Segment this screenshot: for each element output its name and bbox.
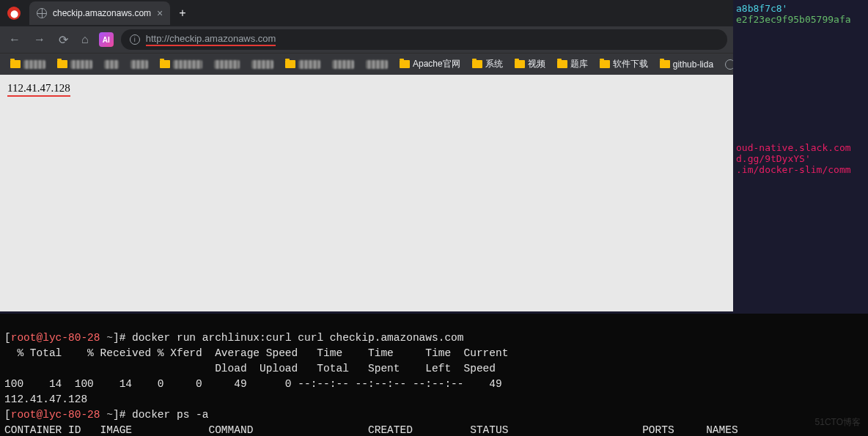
url-input[interactable]: i http://checkip.amazonaws.com	[121, 29, 727, 50]
address-bar: ← → ⟳ ⌂ AI i http://checkip.amazonaws.co…	[0, 26, 733, 53]
browser-tab[interactable]: checkip.amazonaws.com ×	[29, 1, 170, 25]
site-info-icon[interactable]: i	[130, 34, 140, 45]
bookmark-video[interactable]: 视频	[510, 56, 550, 72]
page-content: 112.41.47.128	[0, 75, 733, 311]
terminal-line: [root@lyc-80-28 ~]# docker run archlinux…	[4, 332, 464, 344]
folder-icon	[285, 60, 295, 68]
folder-icon	[400, 60, 410, 68]
folder-icon	[10, 60, 21, 68]
bookmark-item[interactable]	[328, 59, 358, 70]
circle-icon	[725, 59, 733, 70]
bg-line: e2f23ec9f95b05799afa	[736, 14, 868, 25]
bookmark-item[interactable]	[210, 59, 244, 70]
tab-bar: ⬤ checkip.amazonaws.com × +	[0, 0, 733, 26]
back-button[interactable]: ←	[6, 33, 23, 46]
terminal-line: [root@lyc-80-28 ~]# docker ps -a	[4, 409, 208, 421]
folder-icon	[557, 60, 567, 68]
bookmark-item[interactable]	[155, 59, 207, 70]
bookmark-system[interactable]: 系统	[468, 56, 507, 72]
bg-line: a8b8f7c8'	[736, 3, 868, 14]
folder-icon	[472, 60, 482, 68]
tab-title: checkip.amazonaws.com	[53, 8, 151, 18]
app-icon: ⬤	[7, 7, 21, 20]
background-terminal: a8b8f7c8' e2f23ec9f95b05799afa oud-nativ…	[733, 0, 868, 311]
url-text: http://checkip.amazonaws.com	[146, 33, 276, 46]
ai-button[interactable]: AI	[99, 32, 114, 47]
bookmark-item[interactable]	[247, 59, 278, 70]
home-button[interactable]: ⌂	[78, 33, 92, 46]
bookmark-item[interactable]	[126, 59, 152, 70]
folder-icon	[600, 60, 610, 68]
bookmark-item[interactable]	[100, 59, 123, 70]
folder-icon	[57, 60, 67, 68]
watermark: 51CTO博客	[815, 416, 861, 429]
folder-icon	[515, 60, 525, 68]
terminal-line: CONTAINER ID IMAGE COMMAND CREATED STATU…	[4, 424, 738, 436]
terminal-line: Dload Upload Total Spent Left Speed	[4, 363, 496, 374]
bookmark-download[interactable]: 软件下载	[595, 56, 652, 72]
bookmark-qbank[interactable]: 题库	[553, 56, 592, 72]
bg-line: d.gg/9tDyxYS'	[736, 153, 868, 164]
terminal[interactable]: [root@lyc-80-28 ~]# docker run archlinux…	[0, 314, 868, 436]
new-tab-button[interactable]: +	[179, 7, 185, 20]
globe-icon	[37, 8, 47, 18]
browser-window: ⬤ checkip.amazonaws.com × + ← → ⟳ ⌂ AI i…	[0, 0, 733, 311]
bookmark-item[interactable]	[361, 59, 392, 70]
bookmark-item[interactable]	[6, 59, 50, 70]
folder-icon	[660, 60, 670, 68]
bg-line: oud-native.slack.com	[736, 142, 868, 153]
bookmark-github[interactable]: github-lida	[655, 58, 718, 71]
forward-button[interactable]: →	[31, 33, 48, 46]
bookmark-item[interactable]	[53, 59, 97, 70]
terminal-line: 112.41.47.128	[4, 393, 87, 405]
close-icon[interactable]: ×	[157, 7, 163, 19]
bookmarks-bar: Apache官网 系统 视频 题库 软件下载 github-lida 阿里云	[0, 53, 733, 75]
folder-icon	[160, 60, 170, 68]
terminal-line: 100 14 100 14 0 0 49 0 --:--:-- --:--:--…	[4, 378, 502, 390]
reload-button[interactable]: ⟳	[56, 33, 71, 47]
bookmark-aliyun[interactable]: 阿里云	[721, 56, 733, 72]
bg-line: .im/docker-slim/comm	[736, 164, 868, 175]
bookmark-apache[interactable]: Apache官网	[395, 56, 465, 72]
ip-display: 112.41.47.128	[7, 82, 70, 97]
terminal-line: % Total % Received % Xferd Average Speed…	[4, 347, 508, 359]
bookmark-item[interactable]	[281, 59, 325, 70]
